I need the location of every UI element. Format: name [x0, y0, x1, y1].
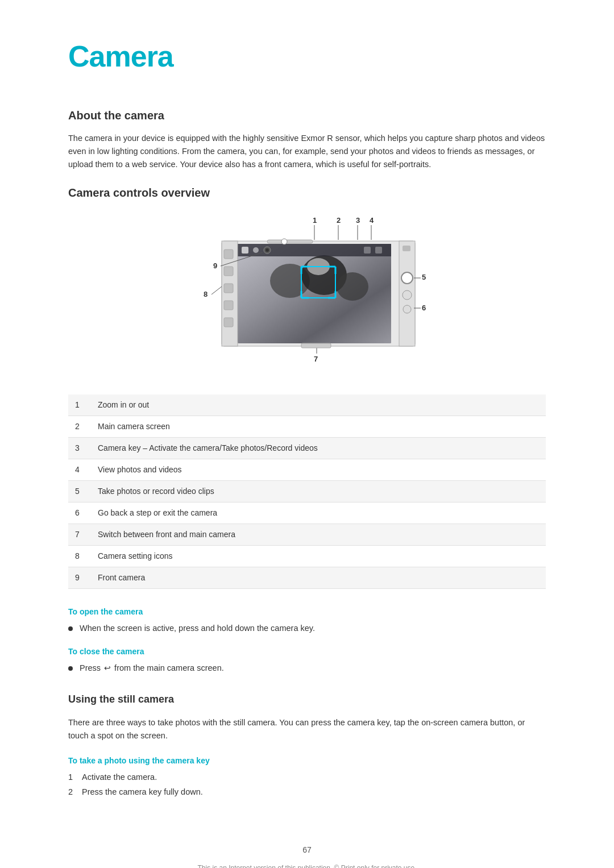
controls-table: 1Zoom in or out2Main camera screen3Camer… — [68, 394, 546, 589]
still-camera-body: There are three ways to take photos with… — [68, 716, 546, 742]
close-camera-heading: To close the camera — [68, 646, 546, 658]
table-row: 8Camera setting icons — [68, 545, 546, 567]
camera-top-icon-4 — [375, 247, 382, 254]
camera-left-icon-3 — [224, 284, 233, 293]
bullet-dot-1 — [68, 626, 73, 631]
camera-right-icon-2 — [403, 290, 412, 300]
take-photo-heading: To take a photo using the camera key — [68, 755, 546, 767]
controls-overview-heading: Camera controls overview — [68, 184, 546, 201]
table-row: 4View photos and videos — [68, 459, 546, 480]
table-cell-number: 8 — [68, 545, 91, 567]
diagram-label-2: 2 — [337, 216, 341, 225]
camera-shutter-button[interactable] — [401, 272, 413, 284]
camera-bottom-switch — [301, 343, 331, 348]
table-cell-number: 5 — [68, 480, 91, 502]
table-cell-description: Camera key – Activate the camera/Take ph… — [91, 437, 546, 459]
close-camera-list: Press ↩ from the main camera screen. — [68, 662, 546, 675]
table-cell-description: Take photos or record video clips — [91, 480, 546, 502]
diagram-label-6: 6 — [422, 304, 426, 312]
table-cell-number: 1 — [68, 394, 91, 416]
front-camera-lens — [265, 248, 269, 252]
about-camera-body: The camera in your device is equipped wi… — [68, 132, 546, 172]
camera-diagram: 1 2 3 4 — [102, 213, 546, 377]
table-row: 7Switch between front and main camera — [68, 524, 546, 545]
zoom-slider-track — [267, 240, 313, 243]
camera-left-icon-1 — [224, 250, 233, 259]
table-cell-description: Switch between front and main camera — [91, 524, 546, 545]
take-photo-step: 2 Press the camera key fully down. — [68, 786, 546, 799]
close-camera-text: Press ↩ from the main camera screen. — [80, 662, 224, 675]
table-row: 3Camera key – Activate the camera/Take p… — [68, 437, 546, 459]
open-camera-heading: To open the camera — [68, 606, 546, 618]
footer-note: This is an Internet version of this publ… — [68, 863, 546, 868]
table-cell-number: 6 — [68, 502, 91, 524]
open-camera-text: When the screen is active, press and hol… — [80, 622, 315, 635]
about-camera-heading: About the camera — [68, 107, 546, 124]
table-cell-number: 3 — [68, 437, 91, 459]
step-text: Press the camera key fully down. — [82, 786, 203, 799]
camera-left-icon-5 — [224, 318, 233, 327]
take-photo-step: 1 Activate the camera. — [68, 771, 546, 784]
diagram-label-8: 8 — [204, 290, 208, 298]
diagram-label-9: 9 — [213, 261, 217, 270]
camera-left-icon-4 — [224, 301, 233, 310]
diagram-label-1: 1 — [313, 216, 317, 225]
table-row: 9Front camera — [68, 567, 546, 588]
table-cell-description: Zoom in or out — [91, 394, 546, 416]
table-row: 6Go back a step or exit the camera — [68, 502, 546, 524]
diagram-label-7: 7 — [314, 355, 318, 363]
open-camera-bullet: When the screen is active, press and hol… — [68, 622, 546, 635]
table-cell-number: 9 — [68, 567, 91, 588]
table-cell-description: View photos and videos — [91, 459, 546, 480]
table-cell-description: Go back a step or exit the camera — [91, 502, 546, 524]
diagram-label-4: 4 — [370, 216, 374, 225]
close-camera-bullet: Press ↩ from the main camera screen. — [68, 662, 546, 675]
take-photo-steps: 1 Activate the camera.2 Press the camera… — [68, 771, 546, 799]
table-cell-number: 2 — [68, 416, 91, 437]
camera-top-icon-2 — [253, 247, 259, 253]
page-title: Camera — [68, 34, 546, 78]
diagram-label-5: 5 — [422, 273, 426, 281]
table-cell-number: 7 — [68, 524, 91, 545]
zoom-slider-thumb[interactable] — [281, 239, 287, 244]
diagram-line-8 — [211, 286, 222, 294]
open-camera-list: When the screen is active, press and hol… — [68, 622, 546, 635]
table-cell-description: Front camera — [91, 567, 546, 588]
bullet-dot-2 — [68, 666, 73, 671]
table-row: 5Take photos or record video clips — [68, 480, 546, 502]
camera-right-icon-3 — [403, 305, 411, 313]
camera-subject-3 — [337, 272, 368, 301]
camera-top-icon-1 — [242, 247, 248, 254]
camera-right-top-icon — [403, 246, 410, 251]
step-number: 2 — [68, 786, 82, 799]
table-cell-description: Main camera screen — [91, 416, 546, 437]
table-cell-description: Camera setting icons — [91, 545, 546, 567]
step-number: 1 — [68, 771, 82, 784]
camera-left-icon-2 — [224, 267, 233, 276]
still-camera-heading: Using the still camera — [68, 692, 546, 707]
camera-top-icon-3 — [364, 247, 371, 254]
page-number: 67 — [68, 844, 546, 856]
step-text: Activate the camera. — [82, 771, 157, 784]
table-row: 1Zoom in or out — [68, 394, 546, 416]
table-cell-number: 4 — [68, 459, 91, 480]
page-footer: 67 This is an Internet version of this p… — [68, 844, 546, 868]
diagram-label-3: 3 — [356, 216, 360, 225]
back-arrow-icon: ↩ — [104, 662, 111, 674]
table-row: 2Main camera screen — [68, 416, 546, 437]
